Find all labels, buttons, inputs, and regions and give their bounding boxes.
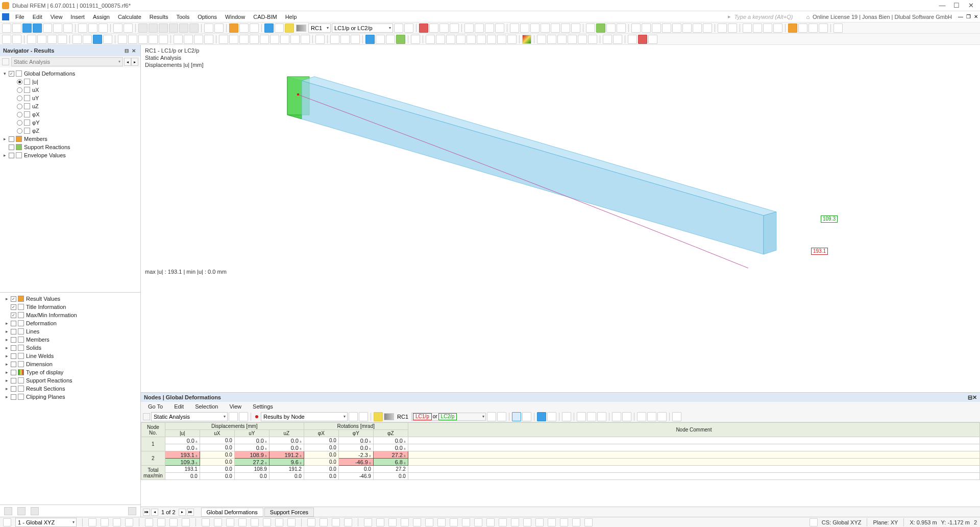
tb-open[interactable] [12,23,21,33]
tb-show1[interactable] [204,23,213,33]
t2-h4[interactable] [396,35,405,44]
menu-view[interactable]: View [46,13,67,21]
t2-j4[interactable] [456,35,465,44]
tb-e6[interactable] [682,23,692,33]
sb-t2[interactable] [101,518,109,526]
sb-t12[interactable] [238,518,247,526]
bp-analysis-combo[interactable]: Static Analysis [151,412,228,421]
bp-opt4[interactable] [547,412,556,421]
sb-t29[interactable] [462,518,470,526]
menu-results[interactable]: Results [145,13,173,21]
sb-t13[interactable] [251,518,259,526]
tb-win1[interactable] [138,23,148,33]
tb-h1[interactable] [788,23,797,33]
t2-g3[interactable] [351,35,360,44]
menu-file[interactable]: File [11,13,29,21]
bp-opt10[interactable] [622,412,631,421]
tb-a4[interactable] [450,23,459,33]
tree2-12[interactable]: ▸Clipping Planes [0,393,140,401]
t2-a1[interactable] [27,35,36,44]
sb-t37[interactable] [560,518,568,526]
tree2-10[interactable]: ▸Support Reactions [0,376,140,385]
viewport[interactable]: RC1 - LC1/p or LC2/p Static Analysis Dis… [141,45,980,517]
t2-j7[interactable] [487,35,496,44]
bp-pin-icon[interactable]: ⊟ [968,394,972,401]
t2-k3[interactable] [557,35,567,44]
tb-save[interactable] [43,23,52,33]
sb-t21[interactable] [364,518,372,526]
tree-uy[interactable]: uY [0,94,140,102]
tb-g3[interactable] [763,23,772,33]
tb-d3[interactable] [606,23,616,33]
sb-t39[interactable] [584,518,593,526]
tb-c5[interactable] [551,23,560,33]
tree-ux[interactable]: uX [0,86,140,94]
tree2-5[interactable]: ▸Members [0,336,140,344]
sb-t30[interactable] [474,518,482,526]
tree-support[interactable]: Support Reactions [0,143,140,151]
tb-redo[interactable] [124,23,133,33]
tree2-0[interactable]: ▸✓Result Values [0,295,140,303]
tb-print[interactable] [63,23,72,33]
t2-k6[interactable] [588,35,597,44]
bp-prev2[interactable] [349,412,358,421]
tree2-1[interactable]: ✓Title Information [0,303,140,311]
t2-h1[interactable] [365,35,375,44]
t2-a3[interactable] [47,35,57,44]
t2-colormap[interactable] [522,35,531,44]
sb-t18[interactable] [320,518,328,526]
tb-c3[interactable] [530,23,540,33]
t2-l2[interactable] [613,35,622,44]
sb-t4[interactable] [125,518,133,526]
t2-b3[interactable] [93,35,102,44]
sb-cs-combo[interactable]: 1 - Global XYZ [15,518,77,527]
tree2-6[interactable]: ▸Solids [0,344,140,352]
sb-r1[interactable] [810,518,818,526]
bp-next2[interactable] [359,412,368,421]
doc-restore[interactable]: ❐ [966,14,971,19]
tb-next[interactable] [404,23,413,33]
tb-c6[interactable] [561,23,570,33]
tb-win3[interactable] [159,23,168,33]
tb-doc1[interactable] [78,23,87,33]
menu-window[interactable]: Window [221,13,249,21]
tb-i1[interactable] [834,23,843,33]
t2-c2[interactable] [128,35,137,44]
menu-cadbim[interactable]: CAD-BIM [249,13,281,21]
bp-next1[interactable] [239,412,248,421]
search-hint[interactable]: Type a keyword (Alt+Q) [734,14,803,20]
menu-assign[interactable]: Assign [89,13,114,21]
tb-calc3[interactable] [250,23,259,33]
t2-sel2[interactable] [12,35,21,44]
tb-c1[interactable] [510,23,519,33]
t2-k1[interactable] [537,35,546,44]
sb-t9[interactable] [202,518,210,526]
menu-edit[interactable]: Edit [29,13,46,21]
tb-d2[interactable] [596,23,605,33]
t2-e4[interactable] [250,35,259,44]
nav-btm-eye-icon[interactable] [17,507,26,515]
nav-next[interactable]: ▸ [131,58,138,66]
t2-j1[interactable] [426,35,435,44]
tb-doc3[interactable] [99,23,108,33]
tb-g2[interactable] [753,23,762,33]
t2-b1[interactable] [72,35,82,44]
tb-c7[interactable] [571,23,580,33]
combo-rc[interactable]: RC1 [308,23,331,33]
bp-menu-selection[interactable]: Selection [190,403,223,410]
t2-i1[interactable] [411,35,420,44]
tb-e2[interactable] [642,23,651,33]
tb-h4[interactable] [819,23,828,33]
sb-t10[interactable] [214,518,222,526]
t2-sel1[interactable] [2,35,11,44]
tb-a3[interactable] [439,23,449,33]
bp-opt1[interactable] [512,412,521,421]
tb-c2[interactable] [520,23,529,33]
sb-t8[interactable] [182,518,190,526]
nav-close-icon[interactable]: ✕ [130,47,137,54]
tree-uz[interactable]: uZ [0,102,140,110]
t2-a2[interactable] [37,35,46,44]
sb-t1[interactable] [88,518,96,526]
menu-options[interactable]: Options [193,13,221,21]
tb-win2[interactable] [149,23,158,33]
